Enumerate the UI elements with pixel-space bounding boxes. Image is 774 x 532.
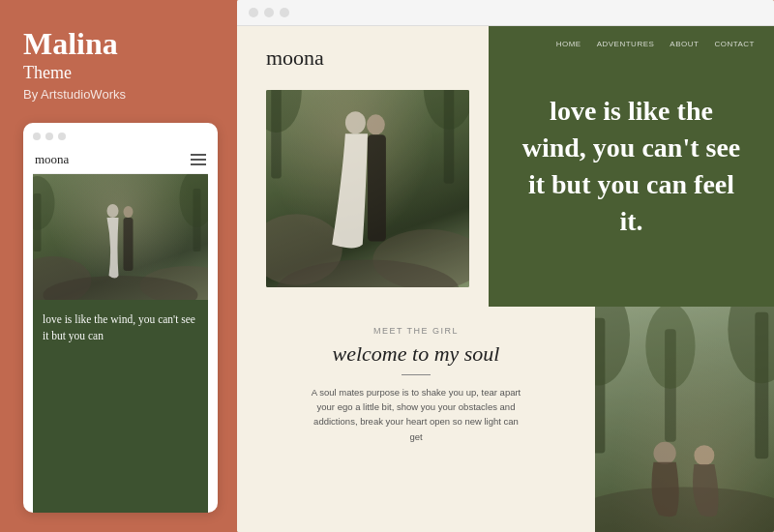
desktop-nav: HOME ADVENTURES ABOUT CONTACT [556, 40, 755, 48]
hero-photo [266, 90, 469, 287]
svg-point-30 [694, 445, 714, 465]
left-panel: Malina Theme By ArtstudioWorks moona [0, 0, 237, 532]
mobile-logo: moona [35, 152, 69, 167]
mobile-quote: love is like the wind, you can't see it … [43, 311, 198, 343]
mobile-preview-card: moona [23, 123, 218, 513]
svg-point-8 [124, 206, 134, 218]
nav-item-contact[interactable]: CONTACT [714, 40, 755, 48]
mobile-hero-image [33, 174, 208, 300]
hero-quote: love is like the wind, you can't see it … [518, 93, 745, 239]
theme-by: By ArtstudioWorks [23, 87, 218, 102]
svg-point-27 [645, 307, 695, 389]
browser-dot-3 [280, 8, 289, 17]
hero-section: moona [237, 26, 774, 307]
svg-point-7 [107, 204, 119, 218]
svg-rect-9 [124, 218, 134, 271]
bottom-text-content: MEET THE GIRL welcome to my soul A soul … [237, 307, 595, 532]
hero-right-column: HOME ADVENTURES ABOUT CONTACT love is li… [489, 26, 774, 307]
theme-subtitle: Theme [23, 63, 218, 83]
desktop-preview: moona [237, 26, 774, 532]
desktop-logo: moona [266, 45, 469, 71]
mobile-dot-1 [33, 133, 41, 140]
mobile-text-block: love is like the wind, you can't see it … [33, 300, 208, 513]
mobile-browser-dots [33, 133, 208, 140]
welcome-divider [402, 374, 431, 375]
welcome-text: A soul mates purpose is to shake you up,… [310, 385, 522, 444]
mobile-hamburger-icon[interactable] [191, 154, 206, 165]
bottom-nature-photo [595, 307, 774, 532]
theme-title: Malina [23, 27, 218, 61]
browser-dot-2 [264, 8, 274, 17]
mobile-dot-3 [58, 133, 66, 140]
browser-dot-1 [249, 8, 258, 17]
svg-point-19 [367, 114, 385, 134]
mobile-nav: moona [33, 148, 208, 174]
svg-point-4 [33, 176, 55, 230]
meet-label: MEET THE GIRL [373, 326, 459, 336]
nav-item-home[interactable]: HOME [556, 40, 581, 48]
hero-left-column: moona [237, 26, 489, 307]
svg-rect-20 [368, 134, 386, 241]
bottom-section: MEET THE GIRL welcome to my soul A soul … [237, 307, 774, 532]
mobile-dot-2 [45, 133, 53, 140]
browser-bar [237, 0, 774, 26]
welcome-title: welcome to my soul [333, 341, 500, 367]
right-panel: moona [237, 0, 774, 532]
nav-item-about[interactable]: ABOUT [670, 40, 699, 48]
svg-point-18 [345, 111, 366, 133]
svg-point-28 [595, 487, 774, 532]
svg-point-6 [180, 174, 209, 227]
nav-item-adventures[interactable]: ADVENTURES [597, 40, 655, 48]
svg-point-29 [653, 442, 675, 464]
